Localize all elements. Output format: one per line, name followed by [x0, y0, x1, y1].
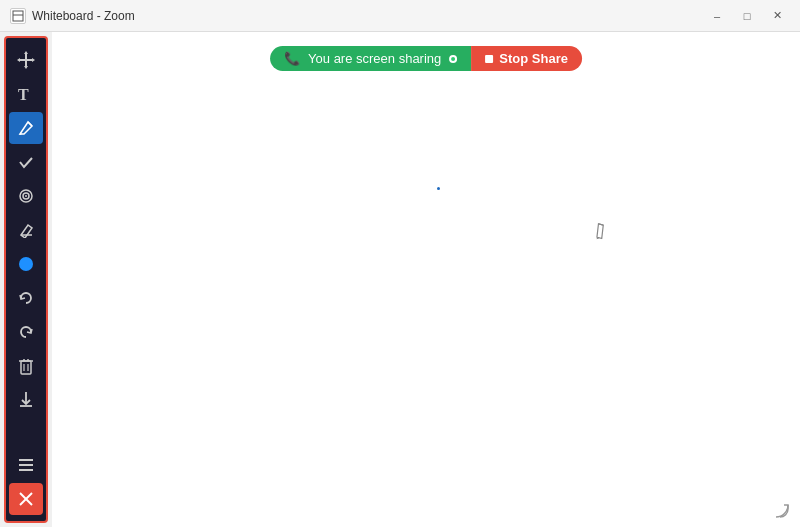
svg-text:T: T — [18, 86, 29, 103]
svg-rect-0 — [13, 11, 23, 21]
svg-point-12 — [25, 195, 27, 197]
delete-button[interactable] — [9, 350, 43, 382]
menu-button[interactable] — [9, 449, 43, 481]
title-bar-left: Whiteboard - Zoom — [10, 8, 135, 24]
title-bar: Whiteboard - Zoom – □ ✕ — [0, 0, 800, 32]
text-tool[interactable]: T — [9, 78, 43, 110]
svg-marker-6 — [17, 58, 20, 62]
resize-corner-icon — [774, 503, 790, 519]
minimize-button[interactable]: – — [704, 6, 730, 26]
close-button[interactable]: ✕ — [764, 6, 790, 26]
svg-line-28 — [598, 222, 603, 226]
toolbar: T — [4, 36, 48, 523]
sharing-banner: 📞 You are screen sharing Stop Share — [270, 46, 582, 71]
window-title: Whiteboard - Zoom — [32, 9, 135, 23]
svg-marker-5 — [24, 66, 28, 69]
move-tool[interactable] — [9, 44, 43, 76]
color-tool[interactable] — [9, 248, 43, 280]
svg-marker-7 — [32, 58, 35, 62]
sharing-status: 📞 You are screen sharing — [270, 46, 471, 71]
stop-square-icon — [485, 55, 493, 63]
svg-line-9 — [28, 122, 32, 126]
download-button[interactable] — [9, 384, 43, 416]
svg-marker-4 — [24, 51, 28, 54]
stamp-tool[interactable] — [9, 180, 43, 212]
close-whiteboard-button[interactable] — [9, 483, 43, 515]
svg-point-14 — [19, 257, 33, 271]
cursor-dot — [437, 187, 440, 190]
sharing-status-text: You are screen sharing — [308, 51, 441, 66]
stop-share-label: Stop Share — [499, 51, 568, 66]
main-layout: T — [0, 32, 800, 527]
stop-share-button[interactable]: Stop Share — [471, 46, 582, 71]
eraser-tool[interactable] — [9, 214, 43, 246]
pen-tool[interactable] — [9, 112, 43, 144]
maximize-button[interactable]: □ — [734, 6, 760, 26]
phone-icon: 📞 — [284, 51, 300, 66]
window-controls: – □ ✕ — [704, 6, 790, 26]
app-icon — [10, 8, 26, 24]
undo-button[interactable] — [9, 282, 43, 314]
checkmark-tool[interactable] — [9, 146, 43, 178]
whiteboard-canvas[interactable]: 📞 You are screen sharing Stop Share — [52, 32, 800, 527]
redo-button[interactable] — [9, 316, 43, 348]
green-dot-icon — [449, 55, 457, 63]
svg-rect-15 — [21, 361, 31, 374]
pen-cursor-indicator — [589, 220, 608, 242]
